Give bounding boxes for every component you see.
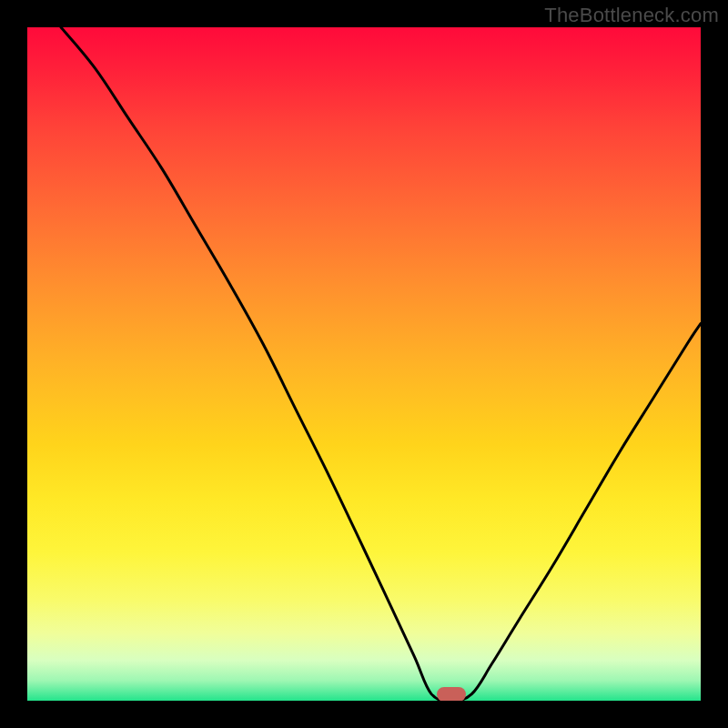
chart-frame: TheBottleneck.com — [0, 0, 728, 728]
bottleneck-curve-path — [61, 27, 701, 701]
bottleneck-curve-svg — [27, 27, 701, 701]
watermark-text: TheBottleneck.com — [544, 4, 719, 27]
plot-area — [27, 27, 701, 701]
optimum-marker — [437, 687, 466, 701]
